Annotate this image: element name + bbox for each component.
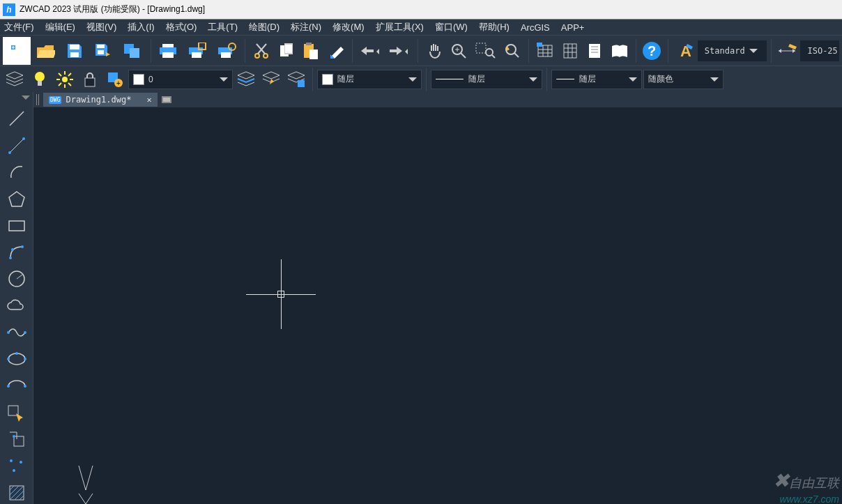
plotstyle-dropdown[interactable]: 随颜色	[643, 70, 724, 89]
svg-rect-10	[162, 44, 174, 48]
linetype-dropdown[interactable]: 随层	[431, 70, 542, 89]
cut-button[interactable]	[250, 37, 273, 65]
menu-insert[interactable]: 插入(I)	[128, 21, 154, 33]
color-swatch	[322, 74, 333, 85]
arc-tool[interactable]	[4, 161, 29, 183]
print-window-button[interactable]	[184, 37, 212, 65]
properties-button[interactable]	[583, 37, 606, 65]
menu-modify[interactable]: 修改(M)	[332, 21, 365, 33]
ellipse-arc-tool[interactable]	[4, 374, 29, 397]
rectangle-tool[interactable]	[4, 214, 29, 236]
zoom-previous-button[interactable]	[501, 37, 525, 65]
pan-button[interactable]	[422, 37, 446, 65]
svg-rect-68	[85, 78, 95, 86]
tabstrip-grip[interactable]	[36, 94, 40, 105]
textstyle-button[interactable]: A	[673, 37, 696, 65]
hatch-tool[interactable]	[4, 482, 29, 504]
dimstyle-dropdown[interactable]: ISO-25	[800, 40, 839, 61]
layer-manager-button[interactable]	[3, 68, 26, 91]
help-button[interactable]: ?	[641, 37, 664, 65]
svg-rect-44	[564, 44, 576, 58]
zoom-realtime-button[interactable]	[447, 37, 470, 65]
layer-lock-button[interactable]	[78, 68, 102, 91]
menu-annotate[interactable]: 标注(N)	[291, 21, 321, 33]
copy-clip-button[interactable]	[275, 37, 298, 65]
layer-freeze-button[interactable]	[53, 68, 77, 91]
menu-window[interactable]: 窗口(W)	[435, 21, 468, 33]
new-button[interactable]	[3, 37, 31, 65]
svg-rect-78	[9, 221, 24, 231]
svg-point-90	[7, 385, 10, 388]
grid-button[interactable]	[558, 37, 582, 65]
layer-iso-button[interactable]	[234, 68, 258, 91]
textstyle-value: Standard	[705, 46, 745, 56]
construction-line-tool[interactable]	[4, 134, 29, 156]
lineweight-dropdown[interactable]: 随层	[551, 70, 642, 89]
svg-rect-7	[98, 50, 104, 54]
palette-grip[interactable]	[0, 92, 33, 103]
svg-text:A: A	[680, 43, 691, 59]
arc3p-tool[interactable]	[4, 241, 29, 264]
svg-point-53	[643, 42, 661, 60]
color-dropdown[interactable]: 随层	[317, 70, 422, 89]
menu-bar: 文件(F) 编辑(E) 视图(V) 插入(I) 格式(O) 工具(T) 绘图(D…	[0, 20, 842, 35]
menu-arcgis[interactable]: ArcGIS	[521, 22, 550, 33]
textstyle-dropdown[interactable]: Standard	[698, 40, 767, 61]
menu-format[interactable]: 格式(O)	[166, 21, 197, 33]
menu-edit[interactable]: 编辑(E)	[45, 21, 75, 33]
print-preview-button[interactable]	[213, 37, 241, 65]
svg-rect-8	[124, 44, 134, 54]
spline-tool[interactable]	[4, 321, 29, 344]
svg-rect-4	[70, 45, 79, 49]
layer-states-button[interactable]	[284, 68, 308, 91]
polygon-tool[interactable]	[4, 188, 29, 210]
menu-ext[interactable]: 扩展工具(X)	[376, 21, 424, 33]
saveas-button[interactable]	[90, 37, 118, 65]
print-button[interactable]	[155, 37, 183, 65]
undo-button[interactable]	[357, 37, 385, 65]
svg-point-91	[24, 385, 26, 388]
menu-help[interactable]: 帮助(H)	[479, 21, 510, 33]
menu-file[interactable]: 文件(F)	[4, 21, 34, 33]
svg-rect-104	[162, 96, 171, 103]
tab-close-button[interactable]: ✕	[146, 95, 151, 105]
menu-view[interactable]: 视图(V)	[86, 21, 116, 33]
circle-tool[interactable]	[4, 268, 29, 290]
ucs-icon	[72, 455, 100, 504]
svg-point-29	[452, 45, 462, 54]
menu-appplus[interactable]: APP+	[561, 22, 585, 33]
svg-line-66	[68, 73, 71, 76]
layer-prev-button[interactable]	[259, 68, 283, 91]
book-button[interactable]	[608, 37, 632, 65]
svg-rect-0	[10, 44, 24, 58]
ellipse-tool[interactable]	[4, 348, 29, 370]
svg-line-30	[461, 53, 466, 58]
paste-button[interactable]	[300, 37, 323, 65]
svg-rect-14	[192, 52, 201, 58]
line-tool[interactable]	[4, 107, 29, 130]
insert-block-tool[interactable]	[4, 402, 29, 424]
menu-tool[interactable]: 工具(T)	[208, 21, 238, 33]
cloud-tool[interactable]	[4, 294, 29, 316]
svg-rect-1	[11, 45, 15, 49]
svg-point-97	[13, 469, 15, 472]
eraser-button[interactable]	[324, 37, 348, 65]
drawing-canvas[interactable]: DWG Drawing1.dwg* ✕ ✖自由互联 www.xz7.com	[33, 92, 842, 504]
table-button[interactable]	[533, 37, 557, 65]
copy-button[interactable]	[118, 37, 146, 65]
dimstyle-button[interactable]	[776, 37, 799, 65]
layer-on-button[interactable]	[28, 68, 52, 91]
redo-button[interactable]	[385, 37, 413, 65]
svg-line-73	[10, 112, 24, 125]
save-button[interactable]	[61, 37, 89, 65]
menu-draw[interactable]: 绘图(D)	[249, 21, 280, 33]
layer-dropdown[interactable]: 0	[128, 70, 233, 89]
tab-add-button[interactable]	[160, 93, 174, 106]
svg-point-79	[9, 257, 12, 259]
point-tool[interactable]	[4, 455, 29, 477]
zoom-window-button[interactable]	[472, 37, 500, 65]
layer-color-button[interactable]: +	[103, 68, 127, 91]
make-block-tool[interactable]	[4, 428, 29, 450]
document-tab[interactable]: DWG Drawing1.dwg* ✕	[43, 93, 158, 107]
open-button[interactable]	[32, 37, 60, 65]
